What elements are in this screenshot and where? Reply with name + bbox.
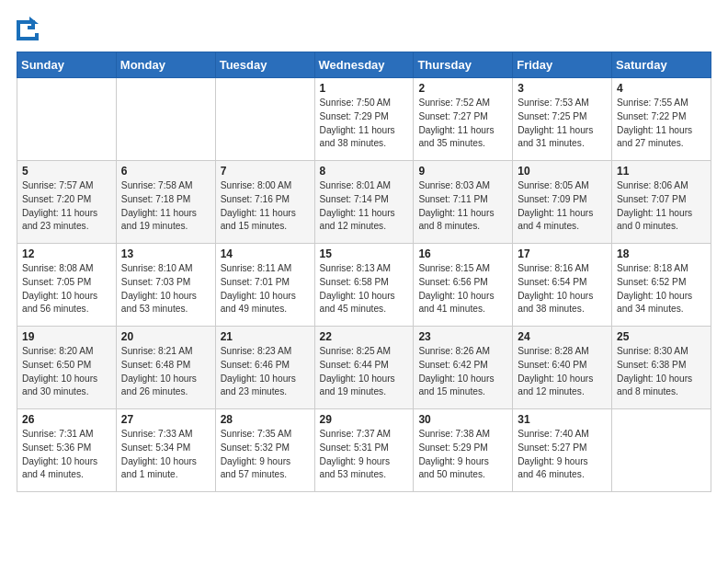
calendar-cell: 21Sunrise: 8:23 AM Sunset: 6:46 PM Dayli… bbox=[215, 327, 314, 409]
day-number: 3 bbox=[518, 82, 607, 95]
calendar-cell: 31Sunrise: 7:40 AM Sunset: 5:27 PM Dayli… bbox=[513, 409, 612, 492]
day-number: 26 bbox=[22, 413, 111, 426]
day-content: Sunrise: 8:05 AM Sunset: 7:09 PM Dayligh… bbox=[518, 179, 607, 234]
calendar-cell: 3Sunrise: 7:53 AM Sunset: 7:25 PM Daylig… bbox=[513, 78, 612, 161]
day-number: 11 bbox=[617, 165, 706, 178]
calendar-cell: 9Sunrise: 8:03 AM Sunset: 7:11 PM Daylig… bbox=[414, 161, 513, 244]
day-content: Sunrise: 8:08 AM Sunset: 7:05 PM Dayligh… bbox=[22, 262, 111, 316]
day-number: 13 bbox=[121, 247, 210, 260]
day-content: Sunrise: 8:03 AM Sunset: 7:11 PM Dayligh… bbox=[418, 179, 507, 234]
day-content: Sunrise: 8:10 AM Sunset: 7:03 PM Dayligh… bbox=[121, 262, 210, 316]
day-content: Sunrise: 8:15 AM Sunset: 6:56 PM Dayligh… bbox=[418, 262, 507, 316]
calendar-cell: 18Sunrise: 8:18 AM Sunset: 6:52 PM Dayli… bbox=[612, 244, 711, 327]
calendar-week-4: 19Sunrise: 8:20 AM Sunset: 6:50 PM Dayli… bbox=[17, 327, 711, 409]
day-content: Sunrise: 7:35 AM Sunset: 5:32 PM Dayligh… bbox=[221, 428, 310, 482]
day-number: 9 bbox=[418, 165, 507, 178]
day-number: 27 bbox=[121, 413, 210, 426]
day-number: 4 bbox=[617, 82, 706, 95]
day-number: 15 bbox=[320, 247, 409, 260]
day-content: Sunrise: 8:00 AM Sunset: 7:16 PM Dayligh… bbox=[221, 179, 310, 234]
day-content: Sunrise: 8:21 AM Sunset: 6:48 PM Dayligh… bbox=[121, 345, 210, 399]
day-content: Sunrise: 7:33 AM Sunset: 5:34 PM Dayligh… bbox=[121, 428, 210, 482]
calendar-cell: 30Sunrise: 7:38 AM Sunset: 5:29 PM Dayli… bbox=[414, 409, 513, 492]
calendar-cell: 22Sunrise: 8:25 AM Sunset: 6:44 PM Dayli… bbox=[314, 327, 414, 409]
calendar-cell: 10Sunrise: 8:05 AM Sunset: 7:09 PM Dayli… bbox=[513, 161, 612, 244]
day-number: 14 bbox=[221, 247, 310, 260]
day-content: Sunrise: 7:37 AM Sunset: 5:31 PM Dayligh… bbox=[320, 428, 409, 482]
day-content: Sunrise: 8:30 AM Sunset: 6:38 PM Dayligh… bbox=[617, 345, 706, 399]
day-content: Sunrise: 8:28 AM Sunset: 6:40 PM Dayligh… bbox=[518, 345, 607, 399]
day-number: 19 bbox=[22, 330, 111, 343]
calendar-cell: 12Sunrise: 8:08 AM Sunset: 7:05 PM Dayli… bbox=[17, 244, 117, 327]
day-content: Sunrise: 7:50 AM Sunset: 7:29 PM Dayligh… bbox=[320, 97, 409, 151]
calendar-week-2: 5Sunrise: 7:57 AM Sunset: 7:20 PM Daylig… bbox=[17, 161, 711, 244]
calendar-cell: 15Sunrise: 8:13 AM Sunset: 6:58 PM Dayli… bbox=[314, 244, 414, 327]
calendar-cell: 13Sunrise: 8:10 AM Sunset: 7:03 PM Dayli… bbox=[116, 244, 215, 327]
calendar-cell: 27Sunrise: 7:33 AM Sunset: 5:34 PM Dayli… bbox=[116, 409, 215, 492]
day-number: 18 bbox=[617, 247, 706, 260]
day-content: Sunrise: 8:18 AM Sunset: 6:52 PM Dayligh… bbox=[617, 262, 706, 316]
calendar-cell: 6Sunrise: 7:58 AM Sunset: 7:18 PM Daylig… bbox=[116, 161, 215, 244]
day-content: Sunrise: 7:38 AM Sunset: 5:29 PM Dayligh… bbox=[418, 428, 507, 482]
calendar-cell: 23Sunrise: 8:26 AM Sunset: 6:42 PM Dayli… bbox=[414, 327, 513, 409]
col-header-sunday: Sunday bbox=[17, 52, 117, 78]
day-number: 21 bbox=[221, 330, 310, 343]
col-header-friday: Friday bbox=[513, 52, 612, 78]
day-content: Sunrise: 8:23 AM Sunset: 6:46 PM Dayligh… bbox=[221, 345, 310, 399]
day-content: Sunrise: 7:55 AM Sunset: 7:22 PM Dayligh… bbox=[617, 97, 706, 151]
day-number: 25 bbox=[617, 330, 706, 343]
day-number: 16 bbox=[418, 247, 507, 260]
calendar-week-5: 26Sunrise: 7:31 AM Sunset: 5:36 PM Dayli… bbox=[17, 409, 711, 492]
day-number: 23 bbox=[418, 330, 507, 343]
calendar-cell: 19Sunrise: 8:20 AM Sunset: 6:50 PM Dayli… bbox=[17, 327, 117, 409]
calendar-cell: 2Sunrise: 7:52 AM Sunset: 7:27 PM Daylig… bbox=[414, 78, 513, 161]
day-content: Sunrise: 8:25 AM Sunset: 6:44 PM Dayligh… bbox=[320, 345, 409, 399]
calendar-cell: 8Sunrise: 8:01 AM Sunset: 7:14 PM Daylig… bbox=[314, 161, 414, 244]
day-content: Sunrise: 7:31 AM Sunset: 5:36 PM Dayligh… bbox=[22, 428, 111, 482]
day-number: 31 bbox=[518, 413, 607, 426]
calendar-cell bbox=[612, 409, 711, 492]
calendar-header-row: SundayMondayTuesdayWednesdayThursdayFrid… bbox=[17, 52, 711, 78]
page: SundayMondayTuesdayWednesdayThursdayFrid… bbox=[0, 0, 728, 509]
calendar-table: SundayMondayTuesdayWednesdayThursdayFrid… bbox=[17, 52, 711, 492]
day-number: 2 bbox=[418, 82, 507, 95]
calendar-cell: 20Sunrise: 8:21 AM Sunset: 6:48 PM Dayli… bbox=[116, 327, 215, 409]
day-number: 8 bbox=[320, 165, 409, 178]
day-number: 24 bbox=[518, 330, 607, 343]
day-number: 5 bbox=[22, 165, 111, 178]
calendar-week-1: 1Sunrise: 7:50 AM Sunset: 7:29 PM Daylig… bbox=[17, 78, 711, 161]
day-content: Sunrise: 7:53 AM Sunset: 7:25 PM Dayligh… bbox=[518, 97, 607, 151]
day-content: Sunrise: 8:01 AM Sunset: 7:14 PM Dayligh… bbox=[320, 179, 409, 234]
day-content: Sunrise: 8:06 AM Sunset: 7:07 PM Dayligh… bbox=[617, 179, 706, 234]
day-number: 29 bbox=[320, 413, 409, 426]
day-number: 22 bbox=[320, 330, 409, 343]
day-number: 1 bbox=[320, 82, 409, 95]
calendar-cell: 7Sunrise: 8:00 AM Sunset: 7:16 PM Daylig… bbox=[215, 161, 314, 244]
calendar-cell: 1Sunrise: 7:50 AM Sunset: 7:29 PM Daylig… bbox=[314, 78, 414, 161]
calendar-cell: 26Sunrise: 7:31 AM Sunset: 5:36 PM Dayli… bbox=[17, 409, 117, 492]
day-content: Sunrise: 7:58 AM Sunset: 7:18 PM Dayligh… bbox=[121, 179, 210, 234]
calendar-cell: 5Sunrise: 7:57 AM Sunset: 7:20 PM Daylig… bbox=[17, 161, 117, 244]
col-header-tuesday: Tuesday bbox=[215, 52, 314, 78]
col-header-saturday: Saturday bbox=[612, 52, 711, 78]
day-content: Sunrise: 8:13 AM Sunset: 6:58 PM Dayligh… bbox=[320, 262, 409, 316]
day-number: 30 bbox=[418, 413, 507, 426]
calendar-week-3: 12Sunrise: 8:08 AM Sunset: 7:05 PM Dayli… bbox=[17, 244, 711, 327]
day-content: Sunrise: 7:52 AM Sunset: 7:27 PM Dayligh… bbox=[418, 97, 507, 151]
col-header-monday: Monday bbox=[116, 52, 215, 78]
calendar-cell: 11Sunrise: 8:06 AM Sunset: 7:07 PM Dayli… bbox=[612, 161, 711, 244]
day-content: Sunrise: 7:57 AM Sunset: 7:20 PM Dayligh… bbox=[22, 179, 111, 234]
calendar-cell: 25Sunrise: 8:30 AM Sunset: 6:38 PM Dayli… bbox=[612, 327, 711, 409]
calendar-cell bbox=[116, 78, 215, 161]
col-header-thursday: Thursday bbox=[414, 52, 513, 78]
calendar-cell bbox=[17, 78, 117, 161]
calendar-cell: 14Sunrise: 8:11 AM Sunset: 7:01 PM Dayli… bbox=[215, 244, 314, 327]
calendar-cell: 29Sunrise: 7:37 AM Sunset: 5:31 PM Dayli… bbox=[314, 409, 414, 492]
calendar-cell: 24Sunrise: 8:28 AM Sunset: 6:40 PM Dayli… bbox=[513, 327, 612, 409]
calendar-cell: 4Sunrise: 7:55 AM Sunset: 7:22 PM Daylig… bbox=[612, 78, 711, 161]
logo bbox=[17, 17, 42, 44]
day-number: 6 bbox=[121, 165, 210, 178]
day-content: Sunrise: 8:16 AM Sunset: 6:54 PM Dayligh… bbox=[518, 262, 607, 316]
calendar-cell: 17Sunrise: 8:16 AM Sunset: 6:54 PM Dayli… bbox=[513, 244, 612, 327]
header bbox=[17, 17, 711, 44]
